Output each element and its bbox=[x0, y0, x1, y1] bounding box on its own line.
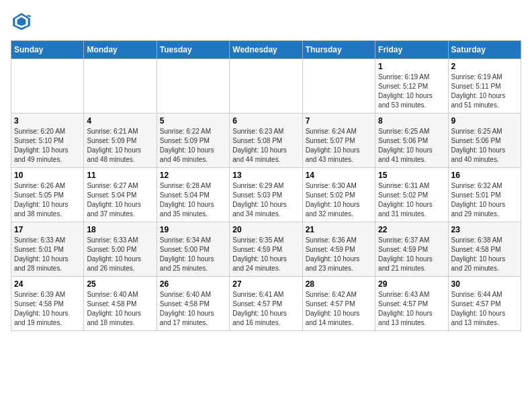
weekday-header-monday: Monday bbox=[84, 41, 157, 59]
weekday-row: SundayMondayTuesdayWednesdayThursdayFrid… bbox=[11, 41, 521, 59]
weekday-header-saturday: Saturday bbox=[448, 41, 521, 59]
day-number: 30 bbox=[451, 279, 518, 289]
day-info: Sunrise: 6:37 AM Sunset: 4:59 PM Dayligh… bbox=[378, 236, 445, 273]
day-info: Sunrise: 6:29 AM Sunset: 5:03 PM Dayligh… bbox=[232, 181, 299, 219]
day-number: 23 bbox=[451, 225, 518, 234]
day-info: Sunrise: 6:26 AM Sunset: 5:05 PM Dayligh… bbox=[14, 181, 81, 219]
day-number: 11 bbox=[87, 171, 153, 180]
day-info: Sunrise: 6:41 AM Sunset: 4:57 PM Dayligh… bbox=[232, 290, 299, 328]
calendar-cell: 20Sunrise: 6:35 AM Sunset: 4:59 PM Dayli… bbox=[230, 222, 302, 277]
day-number: 27 bbox=[232, 279, 299, 289]
week-row-3: 10Sunrise: 6:26 AM Sunset: 5:05 PM Dayli… bbox=[11, 168, 521, 222]
day-number: 16 bbox=[451, 171, 518, 180]
day-info: Sunrise: 6:40 AM Sunset: 4:58 PM Dayligh… bbox=[87, 290, 153, 328]
logo-icon bbox=[11, 11, 32, 32]
day-number: 6 bbox=[232, 116, 299, 126]
calendar-cell: 11Sunrise: 6:27 AM Sunset: 5:04 PM Dayli… bbox=[84, 168, 157, 222]
day-number: 10 bbox=[14, 171, 81, 180]
calendar-cell: 6Sunrise: 6:23 AM Sunset: 5:08 PM Daylig… bbox=[230, 113, 302, 168]
day-number: 26 bbox=[160, 279, 226, 289]
day-info: Sunrise: 6:19 AM Sunset: 5:11 PM Dayligh… bbox=[451, 73, 518, 110]
calendar-cell: 12Sunrise: 6:28 AM Sunset: 5:04 PM Dayli… bbox=[157, 168, 229, 222]
day-info: Sunrise: 6:22 AM Sunset: 5:09 PM Dayligh… bbox=[160, 127, 226, 165]
calendar-cell: 25Sunrise: 6:40 AM Sunset: 4:58 PM Dayli… bbox=[84, 277, 157, 331]
day-info: Sunrise: 6:20 AM Sunset: 5:10 PM Dayligh… bbox=[14, 127, 81, 165]
day-number: 1 bbox=[378, 62, 445, 71]
calendar-cell: 7Sunrise: 6:24 AM Sunset: 5:07 PM Daylig… bbox=[302, 113, 375, 168]
calendar-cell: 14Sunrise: 6:30 AM Sunset: 5:02 PM Dayli… bbox=[302, 168, 375, 222]
calendar-cell: 5Sunrise: 6:22 AM Sunset: 5:09 PM Daylig… bbox=[157, 113, 229, 168]
day-info: Sunrise: 6:36 AM Sunset: 4:59 PM Dayligh… bbox=[306, 236, 372, 273]
calendar-cell: 28Sunrise: 6:42 AM Sunset: 4:57 PM Dayli… bbox=[302, 277, 375, 331]
day-number: 8 bbox=[378, 116, 445, 126]
calendar-cell: 15Sunrise: 6:31 AM Sunset: 5:02 PM Dayli… bbox=[375, 168, 448, 222]
day-number: 21 bbox=[306, 225, 372, 234]
calendar-cell: 22Sunrise: 6:37 AM Sunset: 4:59 PM Dayli… bbox=[375, 222, 448, 277]
day-number: 9 bbox=[451, 116, 518, 126]
day-number: 13 bbox=[232, 171, 299, 180]
day-info: Sunrise: 6:42 AM Sunset: 4:57 PM Dayligh… bbox=[306, 290, 372, 328]
calendar-cell: 13Sunrise: 6:29 AM Sunset: 5:03 PM Dayli… bbox=[230, 168, 302, 222]
calendar-cell: 2Sunrise: 6:19 AM Sunset: 5:11 PM Daylig… bbox=[448, 59, 521, 113]
calendar-cell: 21Sunrise: 6:36 AM Sunset: 4:59 PM Dayli… bbox=[302, 222, 375, 277]
day-info: Sunrise: 6:23 AM Sunset: 5:08 PM Dayligh… bbox=[232, 127, 299, 165]
calendar-cell: 18Sunrise: 6:33 AM Sunset: 5:00 PM Dayli… bbox=[84, 222, 157, 277]
calendar-cell: 30Sunrise: 6:44 AM Sunset: 4:57 PM Dayli… bbox=[448, 277, 521, 331]
day-info: Sunrise: 6:44 AM Sunset: 4:57 PM Dayligh… bbox=[451, 290, 518, 328]
day-info: Sunrise: 6:40 AM Sunset: 4:58 PM Dayligh… bbox=[160, 290, 226, 328]
day-number: 20 bbox=[232, 225, 299, 234]
calendar-cell: 19Sunrise: 6:34 AM Sunset: 5:00 PM Dayli… bbox=[157, 222, 229, 277]
calendar-cell bbox=[230, 59, 302, 113]
calendar-cell bbox=[11, 59, 84, 113]
calendar-cell: 10Sunrise: 6:26 AM Sunset: 5:05 PM Dayli… bbox=[11, 168, 84, 222]
weekday-header-wednesday: Wednesday bbox=[230, 41, 302, 59]
day-number: 28 bbox=[306, 279, 372, 289]
day-info: Sunrise: 6:38 AM Sunset: 4:58 PM Dayligh… bbox=[451, 236, 518, 273]
day-number: 4 bbox=[87, 116, 153, 126]
day-number: 3 bbox=[14, 116, 81, 126]
calendar-cell: 1Sunrise: 6:19 AM Sunset: 5:12 PM Daylig… bbox=[375, 59, 448, 113]
day-info: Sunrise: 6:35 AM Sunset: 4:59 PM Dayligh… bbox=[232, 236, 299, 273]
day-info: Sunrise: 6:28 AM Sunset: 5:04 PM Dayligh… bbox=[160, 181, 226, 219]
day-number: 29 bbox=[378, 279, 445, 289]
calendar-cell: 29Sunrise: 6:43 AM Sunset: 4:57 PM Dayli… bbox=[375, 277, 448, 331]
day-info: Sunrise: 6:24 AM Sunset: 5:07 PM Dayligh… bbox=[306, 127, 372, 165]
day-number: 15 bbox=[378, 171, 445, 180]
day-info: Sunrise: 6:33 AM Sunset: 5:00 PM Dayligh… bbox=[87, 236, 153, 273]
day-number: 17 bbox=[14, 225, 81, 234]
page-header bbox=[11, 11, 521, 32]
day-number: 12 bbox=[160, 171, 226, 180]
calendar-header: SundayMondayTuesdayWednesdayThursdayFrid… bbox=[11, 41, 521, 59]
day-number: 7 bbox=[306, 116, 372, 126]
calendar-cell: 3Sunrise: 6:20 AM Sunset: 5:10 PM Daylig… bbox=[11, 113, 84, 168]
day-info: Sunrise: 6:33 AM Sunset: 5:01 PM Dayligh… bbox=[14, 236, 81, 273]
calendar-table: SundayMondayTuesdayWednesdayThursdayFrid… bbox=[11, 40, 521, 331]
day-info: Sunrise: 6:25 AM Sunset: 5:06 PM Dayligh… bbox=[451, 127, 518, 165]
weekday-header-thursday: Thursday bbox=[302, 41, 375, 59]
calendar-cell bbox=[302, 59, 375, 113]
day-info: Sunrise: 6:43 AM Sunset: 4:57 PM Dayligh… bbox=[378, 290, 445, 328]
day-number: 5 bbox=[160, 116, 226, 126]
day-info: Sunrise: 6:34 AM Sunset: 5:00 PM Dayligh… bbox=[160, 236, 226, 273]
week-row-1: 1Sunrise: 6:19 AM Sunset: 5:12 PM Daylig… bbox=[11, 59, 521, 113]
calendar-cell: 17Sunrise: 6:33 AM Sunset: 5:01 PM Dayli… bbox=[11, 222, 84, 277]
day-info: Sunrise: 6:39 AM Sunset: 4:58 PM Dayligh… bbox=[14, 290, 81, 328]
calendar-cell: 24Sunrise: 6:39 AM Sunset: 4:58 PM Dayli… bbox=[11, 277, 84, 331]
calendar-cell: 23Sunrise: 6:38 AM Sunset: 4:58 PM Dayli… bbox=[448, 222, 521, 277]
weekday-header-sunday: Sunday bbox=[11, 41, 84, 59]
day-number: 25 bbox=[87, 279, 153, 289]
calendar-cell: 9Sunrise: 6:25 AM Sunset: 5:06 PM Daylig… bbox=[448, 113, 521, 168]
calendar-cell bbox=[157, 59, 229, 113]
calendar-cell bbox=[84, 59, 157, 113]
day-number: 24 bbox=[14, 279, 81, 289]
week-row-5: 24Sunrise: 6:39 AM Sunset: 4:58 PM Dayli… bbox=[11, 277, 521, 331]
weekday-header-friday: Friday bbox=[375, 41, 448, 59]
calendar-body: 1Sunrise: 6:19 AM Sunset: 5:12 PM Daylig… bbox=[11, 59, 521, 331]
calendar-cell: 26Sunrise: 6:40 AM Sunset: 4:58 PM Dayli… bbox=[157, 277, 229, 331]
calendar-cell: 16Sunrise: 6:32 AM Sunset: 5:01 PM Dayli… bbox=[448, 168, 521, 222]
day-number: 19 bbox=[160, 225, 226, 234]
day-info: Sunrise: 6:31 AM Sunset: 5:02 PM Dayligh… bbox=[378, 181, 445, 219]
day-number: 22 bbox=[378, 225, 445, 234]
day-info: Sunrise: 6:25 AM Sunset: 5:06 PM Dayligh… bbox=[378, 127, 445, 165]
day-info: Sunrise: 6:32 AM Sunset: 5:01 PM Dayligh… bbox=[451, 181, 518, 219]
